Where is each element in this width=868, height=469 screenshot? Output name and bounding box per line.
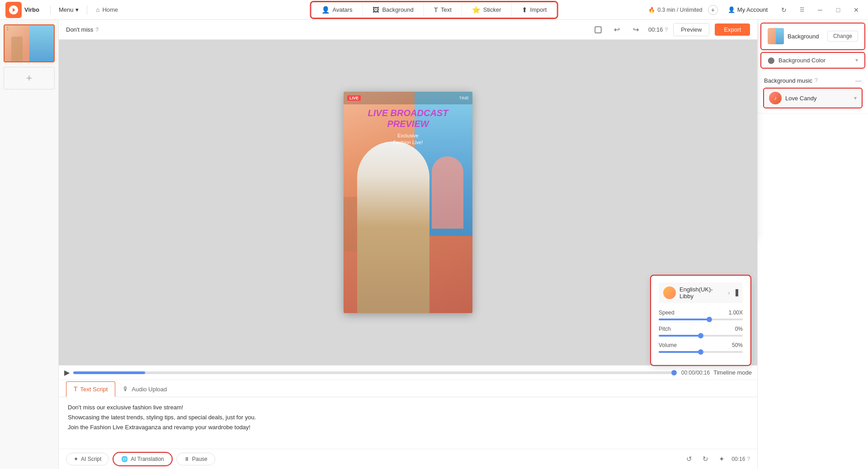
duration-info-icon: ? (747, 456, 750, 462)
volume-value: 50% (732, 342, 743, 348)
speed-slider[interactable] (659, 319, 743, 320)
bg-music-collapse-icon[interactable]: — (855, 77, 862, 84)
bg-header: Background Change (761, 23, 864, 49)
voice-selector[interactable]: English(UK)-Libby › (659, 282, 743, 303)
background-label: Background (382, 6, 413, 13)
bg-color-chevron-icon[interactable]: ▾ (855, 57, 858, 63)
import-label: Import (530, 6, 547, 13)
slide-number: 1 (6, 26, 9, 31)
text-button[interactable]: T Text (424, 2, 462, 17)
grid-button[interactable]: ⠿ (796, 4, 808, 16)
script-content: Don't miss our exclusive fashion live st… (59, 397, 757, 449)
volume-label: Volume (659, 342, 677, 348)
main-area: 1 + Don't miss ? ↩ ↪ 00:16 ? P (0, 20, 868, 469)
bg-thumbnail (768, 28, 784, 44)
script-tabs: T Text Script 🎙 Audio Upload (59, 380, 757, 397)
voice-chevron-icon[interactable]: › (728, 289, 730, 296)
secondary-bar: Don't miss ? ↩ ↪ 00:16 ? Preview Export (59, 20, 757, 40)
text-icon: T (434, 6, 438, 14)
voice-volume-setting: Volume 50% (659, 342, 743, 353)
script-duration: 00:16 ? (731, 456, 750, 462)
vp-title: LIVE BROADCAST PREVIEW (344, 108, 472, 129)
bg-music-selected[interactable]: ♪ Love Candy ▾ (764, 89, 862, 108)
speed-label: Speed (659, 310, 675, 316)
close-button[interactable]: ✕ (850, 4, 863, 16)
voice-panel: English(UK)-Libby › Speed 1.00X Pitch 0%… (651, 276, 750, 365)
video-preview: LIVE TIME LIVE BROADCAST PREVIEW Exclusi… (344, 92, 472, 313)
separator (87, 5, 87, 14)
slide-item[interactable]: 1 (4, 24, 55, 62)
sticker-label: Sticker (483, 6, 501, 13)
voice-speed-label-row: Speed 1.00X (659, 310, 743, 316)
dont-miss-button[interactable]: Don't miss ? (66, 26, 99, 33)
text-script-tab[interactable]: T Text Script (66, 381, 115, 397)
replay-icon[interactable]: ↻ (699, 453, 712, 465)
sticker-button[interactable]: ⭐ Sticker (462, 2, 512, 18)
audio-icon: 🎙 (123, 385, 129, 393)
loop-icon[interactable]: ↺ (683, 453, 695, 465)
bg-music-title: Background music ? (764, 77, 818, 84)
minimize-button[interactable]: ─ (814, 4, 826, 16)
bg-music-chevron-icon[interactable]: ▾ (854, 95, 857, 101)
refresh-button[interactable]: ↻ (778, 4, 790, 16)
crop-icon-button[interactable] (591, 23, 605, 37)
undo-button[interactable]: ↩ (610, 23, 624, 37)
export-button[interactable]: Export (715, 23, 750, 36)
current-time: 00:16 (648, 26, 663, 33)
vp-person-bg-man (432, 156, 463, 229)
import-icon: ⬆ (522, 6, 528, 14)
voice-name: English(UK)-Libby (679, 286, 724, 300)
titlebar-right: 🔥 0.3 min / Unlimited + 👤 My Account ↻ ⠿… (648, 4, 863, 16)
vp-person-silhouette (357, 141, 429, 313)
audio-upload-tab[interactable]: 🎙 Audio Upload (115, 382, 174, 397)
timeline-track[interactable] (73, 371, 674, 374)
timeline-thumb (671, 370, 677, 375)
script-area: T Text Script 🎙 Audio Upload Don't miss … (59, 380, 757, 469)
pitch-slider[interactable] (659, 335, 743, 337)
credit-value: 0.3 min / Unlimited (657, 7, 702, 13)
sparkle-icon[interactable]: ✦ (715, 453, 728, 465)
timeline-progress (73, 371, 145, 374)
text-script-icon: T (74, 385, 78, 393)
my-account-button[interactable]: 👤 My Account (723, 5, 772, 15)
timeline-time: 00:00/00:16 (681, 370, 710, 376)
background-button[interactable]: 🖼 Background (363, 2, 424, 17)
svg-rect-0 (595, 27, 601, 33)
titlebar: Virbo Menu ▾ ⌂ Home 👤 Avatars 🖼 Backgrou… (0, 0, 868, 20)
sticker-icon: ⭐ (472, 6, 481, 14)
import-button[interactable]: ⬆ Import (512, 2, 557, 18)
bg-music-name: Love Candy (785, 95, 850, 102)
ai-translation-button[interactable]: 🌐 AI Translation (113, 453, 171, 465)
vp-top-bar: LIVE TIME (344, 92, 472, 104)
pause-button[interactable]: ⏸ Pause (176, 453, 215, 465)
vp-shelf (344, 197, 357, 251)
add-slide-button[interactable]: + (4, 67, 55, 89)
preview-button[interactable]: Preview (673, 23, 709, 36)
ai-script-icon: ✦ (74, 456, 78, 462)
vp-time: TIME (459, 96, 469, 100)
redo-button[interactable]: ↪ (629, 23, 643, 37)
menu-button[interactable]: Menu ▾ (54, 5, 83, 15)
add-credit-button[interactable]: + (708, 5, 718, 15)
bg-color-row: ⬤ Background Color ▾ (761, 53, 864, 68)
right-panel: Background Change ⬤ Background Color ▾ B… (757, 20, 868, 469)
logo: Virbo (5, 2, 39, 18)
audio-upload-label: Audio Upload (132, 386, 167, 393)
speed-value: 1.00X (729, 310, 743, 316)
ai-script-button[interactable]: ✦ AI Script (66, 453, 109, 465)
maximize-button[interactable]: □ (832, 4, 844, 16)
avatars-label: Avatars (333, 6, 353, 13)
credit-icon: 🔥 (648, 7, 655, 13)
bg-music-info-icon[interactable]: ? (815, 77, 818, 84)
avatars-button[interactable]: 👤 Avatars (311, 2, 363, 18)
bg-change-button[interactable]: Change (827, 31, 858, 42)
slide-thumb-figure (11, 37, 23, 61)
speed-fill (659, 319, 709, 320)
volume-slider[interactable] (659, 351, 743, 353)
pitch-label: Pitch (659, 326, 671, 332)
play-button[interactable]: ▶ (64, 368, 70, 377)
vp-subtitle: Exclusive Fashion Live! (344, 132, 472, 146)
live-badge: LIVE (347, 95, 361, 101)
script-line-3: Join the Fashion Live Extravaganza and r… (68, 422, 748, 432)
home-button[interactable]: ⌂ Home (91, 5, 124, 15)
